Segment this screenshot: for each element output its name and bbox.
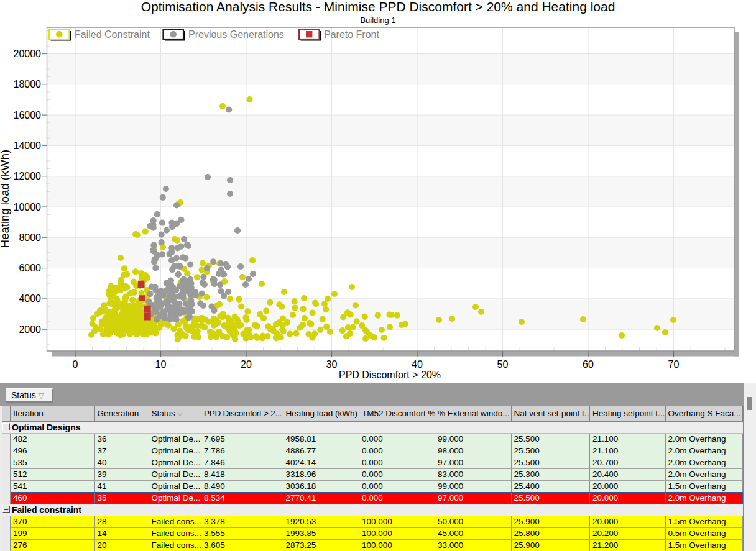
- svg-text:2000: 2000: [19, 324, 41, 335]
- svg-text:30: 30: [326, 359, 338, 370]
- svg-text:70: 70: [668, 359, 680, 370]
- svg-text:14000: 14000: [14, 140, 42, 151]
- svg-text:6000: 6000: [19, 263, 41, 273]
- svg-text:Failed Constraint: Failed Constraint: [75, 29, 150, 40]
- svg-text:10000: 10000: [14, 202, 42, 212]
- svg-text:8000: 8000: [19, 232, 41, 243]
- svg-text:16000: 16000: [14, 110, 42, 121]
- svg-text:18000: 18000: [14, 79, 42, 89]
- svg-text:Previous Generations: Previous Generations: [188, 29, 284, 40]
- svg-text:20: 20: [241, 359, 252, 370]
- svg-text:50: 50: [497, 359, 509, 370]
- svg-text:12000: 12000: [14, 171, 42, 181]
- svg-text:4000: 4000: [19, 293, 41, 304]
- svg-text:Heating load (kWh): Heating load (kWh): [0, 150, 11, 248]
- svg-text:10: 10: [155, 359, 167, 370]
- svg-text:40: 40: [412, 359, 423, 370]
- svg-text:60: 60: [583, 359, 594, 370]
- svg-text:0: 0: [73, 359, 78, 370]
- svg-text:PPD Discomfort > 20%: PPD Discomfort > 20%: [339, 370, 441, 380]
- svg-text:Pareto Front: Pareto Front: [324, 29, 379, 40]
- svg-text:20000: 20000: [14, 48, 42, 59]
